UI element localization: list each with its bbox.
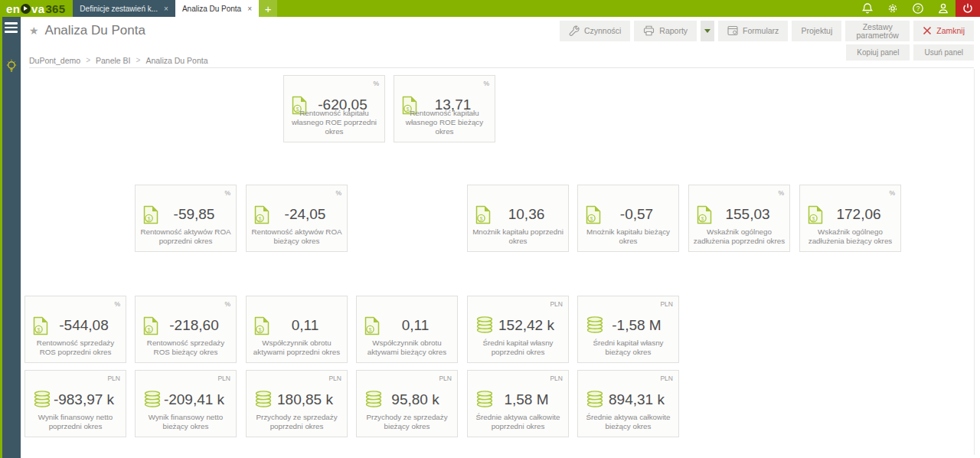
tile-label: Wskaźnik ogólnego zadłużenia bieżący okr… xyxy=(804,227,897,246)
zestawy-parametrow-button[interactable]: Zestawy parametrów xyxy=(845,21,910,41)
tile-label: Przychody ze sprzedaży poprzedni okres xyxy=(250,413,343,431)
help-icon[interactable]: ? xyxy=(905,0,930,17)
czynnosci-button[interactable]: Czynności xyxy=(560,21,630,41)
tile-label: Wynik finansowy netto bieżący okres xyxy=(139,413,232,431)
tile-value: -209,41 k xyxy=(157,391,231,408)
tile-value: 155,03 xyxy=(710,206,785,223)
tile-value: -218,60 xyxy=(157,317,231,334)
app-root: enva365by soneta Definicje zestawień k..… xyxy=(0,0,980,458)
tile-value: 894,31 k xyxy=(599,391,674,408)
breadcrumb-panele-bi[interactable]: Panele BI xyxy=(96,56,131,65)
zestawy-parametrow-label: Zestawy parametrów xyxy=(850,23,905,40)
tab-analiza-du-ponta[interactable]: Analiza Du Ponta × xyxy=(175,0,259,17)
tiles-layer: %$-620,05Rentowność kapitału własnego RO… xyxy=(0,0,980,458)
kpi-tile[interactable]: %$13,71Rentowność kapitału własnego ROE … xyxy=(394,75,495,142)
tile-label: Rentowność sprzedaży ROS poprzedni okres xyxy=(29,339,122,357)
kpi-tile[interactable]: %$-620,05Rentowność kapitału własnego RO… xyxy=(283,75,385,142)
kpi-tile[interactable]: PLN152,42 kŚredni kapitał własny poprzed… xyxy=(467,296,569,363)
tile-value: 10,36 xyxy=(489,206,564,223)
formularz-button[interactable]: Formularz xyxy=(718,21,788,41)
tab-close-icon[interactable]: × xyxy=(247,5,252,13)
user-icon[interactable] xyxy=(930,0,956,17)
tile-label: Współczynnik obrotu aktywami poprzedni o… xyxy=(250,339,343,357)
kpi-tile[interactable]: %$-24,05Rentowność aktywów ROA bieżący o… xyxy=(246,185,348,252)
kpi-tile[interactable]: $0,11Współczynnik obrotu aktywami poprze… xyxy=(246,296,348,363)
tile-unit: % xyxy=(889,189,895,197)
add-tab-button[interactable]: + xyxy=(259,0,277,17)
breadcrumb-dupont-demo[interactable]: DuPont_demo xyxy=(29,56,80,65)
tile-unit: % xyxy=(483,80,489,87)
kpi-tile[interactable]: %$-544,08Rentowność sprzedaży ROS poprze… xyxy=(24,296,126,363)
document-dollar-icon: $ xyxy=(254,205,270,227)
tile-value: 0,11 xyxy=(268,317,342,334)
kpi-tile[interactable]: $10,36Mnożnik kapitału poprzedni okres xyxy=(467,185,569,252)
zamknij-button[interactable]: Zamknij xyxy=(913,21,974,41)
sidebar xyxy=(0,17,21,458)
document-dollar-icon: $ xyxy=(33,316,48,339)
tile-value: 0,11 xyxy=(378,317,452,334)
app-logo[interactable]: enva365by soneta xyxy=(0,0,73,17)
document-dollar-icon: $ xyxy=(808,205,823,227)
tile-value: -24,05 xyxy=(268,206,342,223)
tile-unit: PLN xyxy=(660,375,673,382)
tile-unit: PLN xyxy=(439,375,452,382)
kpi-tile[interactable]: PLN95,80 kPrzychody ze sprzedaży bieżący… xyxy=(356,370,458,437)
favorite-star-icon[interactable]: ★ xyxy=(29,25,39,37)
kpi-tile[interactable]: PLN180,85 kPrzychody ze sprzedaży poprze… xyxy=(246,370,348,437)
lightbulb-icon[interactable] xyxy=(5,59,18,74)
breadcrumb-analiza-du-ponta[interactable]: Analiza Du Ponta xyxy=(145,56,207,65)
tile-label: Współczynnik obrotu aktywami bieżący okr… xyxy=(361,339,453,357)
tile-unit: PLN xyxy=(217,375,230,382)
tile-unit: PLN xyxy=(660,300,673,308)
tab-definicje-zestawien[interactable]: Definicje zestawień k... × xyxy=(73,0,175,17)
czynnosci-label: Czynności xyxy=(584,27,621,35)
logout-power-icon[interactable] xyxy=(956,0,980,17)
tab-close-icon[interactable]: × xyxy=(164,5,168,13)
tile-unit: % xyxy=(335,189,341,197)
kpi-tile[interactable]: PLN-983,97 kWynik finansowy netto poprze… xyxy=(24,370,126,437)
document-dollar-icon: $ xyxy=(254,316,270,339)
toolbar-row-1: Czynności Raporty Formularz Projektuj Ze… xyxy=(560,21,974,41)
kpi-tile[interactable]: %$172,06Wskaźnik ogólnego zadłużenia bie… xyxy=(799,185,901,252)
tile-value: -1,58 M xyxy=(599,317,674,334)
projektuj-button[interactable]: Projektuj xyxy=(792,21,841,41)
close-x-icon xyxy=(923,26,932,37)
kpi-tile[interactable]: $-0,57Mnożnik kapitału bieżący okres xyxy=(577,185,679,252)
tab-strip: Definicje zestawień k... × Analiza Du Po… xyxy=(73,0,277,17)
tile-value: -544,08 xyxy=(47,317,121,334)
tab-label: Definicje zestawień k... xyxy=(80,5,158,13)
breadcrumb-separator: > xyxy=(136,56,141,64)
tile-label: Średni kapitał własny bieżący okres xyxy=(582,339,675,357)
document-dollar-icon: $ xyxy=(697,205,712,227)
kpi-tile[interactable]: %$-59,85Rentowność aktywów ROA poprzedni… xyxy=(135,185,237,252)
scrollbar-track[interactable] xyxy=(974,69,975,455)
raporty-dropdown-button[interactable] xyxy=(701,21,714,41)
tile-value: 172,06 xyxy=(822,206,896,223)
kpi-tile[interactable]: PLN-209,41 kWynik finansowy netto bieżąc… xyxy=(135,370,237,437)
page-title-row: ★ Analiza Du Ponta xyxy=(29,23,145,38)
tile-label: Średnie aktywa całkowite bieżący okres xyxy=(582,413,675,431)
projektuj-label: Projektuj xyxy=(801,27,832,35)
kpi-tile[interactable]: %$155,03Wskaźnik ogólnego zadłużenia pop… xyxy=(688,185,790,252)
kpi-tile[interactable]: PLN894,31 kŚrednie aktywa całkowite bież… xyxy=(577,370,679,437)
tile-label: Rentowność aktywów ROA poprzedni okres xyxy=(139,227,232,246)
notifications-bell-icon[interactable] xyxy=(854,0,880,17)
document-dollar-icon: $ xyxy=(586,205,601,227)
tile-unit: % xyxy=(224,189,230,197)
tile-unit: PLN xyxy=(328,375,341,382)
tile-unit: PLN xyxy=(550,375,563,382)
printer-icon xyxy=(643,25,655,38)
kpi-tile[interactable]: $0,11Współczynnik obrotu aktywami bieżąc… xyxy=(356,296,458,363)
chevron-down-icon xyxy=(704,29,710,33)
kpi-tile[interactable]: PLN-1,58 MŚredni kapitał własny bieżący … xyxy=(577,296,679,363)
raporty-button[interactable]: Raporty xyxy=(634,21,697,41)
settings-gear-icon[interactable] xyxy=(880,0,905,17)
tile-label: Rentowność kapitału własnego ROE poprzed… xyxy=(288,109,381,136)
kpi-tile[interactable]: PLN1,58 MŚrednie aktywa całkowite poprze… xyxy=(467,370,569,437)
breadcrumb-separator: > xyxy=(86,56,90,64)
svg-text:?: ? xyxy=(916,5,920,12)
menu-hamburger-icon[interactable] xyxy=(5,22,18,33)
logo-text-va: va xyxy=(31,2,44,15)
tile-value: 180,85 k xyxy=(268,391,342,408)
kpi-tile[interactable]: %$-218,60Rentowność sprzedaży ROS bieżąc… xyxy=(135,296,237,363)
